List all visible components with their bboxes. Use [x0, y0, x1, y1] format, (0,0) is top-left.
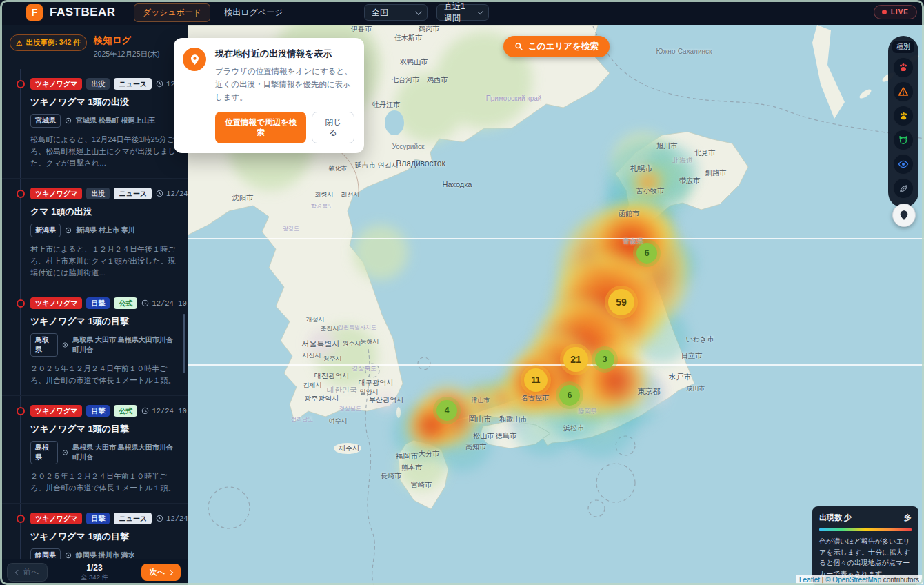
logo-letter: F	[32, 7, 38, 18]
entry-title: ツキノワグマ 1頭の目撃	[30, 315, 179, 328]
legend-high-label: 多	[904, 513, 912, 523]
entry-location: 新潟県 村上市 寒川	[76, 226, 135, 235]
prefecture-badge: 宮城県	[30, 114, 61, 128]
log-entry[interactable]: ツキノワグマ 出没 ニュース 12/24 13:00 クマ 1頭の出没 新潟県 …	[0, 179, 188, 288]
entry-description: ２０２５年１２月２４日午前１０時半ごろ、川合町の市道で体長１メートル１頭。	[30, 363, 179, 386]
cluster-marker[interactable]: 21	[563, 347, 588, 372]
source-badge: 公式	[114, 405, 137, 417]
location-permission-popup: 現在地付近の出没情報を表示 ブラウザの位置情報をオンにすると、近くの出没・目撃情…	[174, 38, 364, 153]
incident-count-label: 出没事例: 342 件	[26, 38, 80, 48]
log-entry[interactable]: ツキノワグマ 出没 ニュース 12/24 13:25 ツキノワグマ 1頭の出没 …	[0, 69, 188, 179]
cluster-marker[interactable]: 3	[595, 350, 614, 369]
entry-time: 12/24 08:40	[156, 515, 188, 523]
feather-icon	[898, 184, 909, 194]
paw-sighting-filter-button[interactable]	[893, 106, 914, 126]
cluster-marker[interactable]: 6	[559, 385, 580, 406]
entry-time: 12/24 10:00	[141, 407, 188, 415]
search-icon	[514, 42, 523, 51]
species-badge: ツキノワグマ	[30, 297, 82, 309]
location-target-icon	[65, 552, 72, 559]
live-label: LIVE	[891, 8, 909, 16]
search-this-area-button[interactable]: このエリアを検索	[503, 36, 610, 57]
event-type-badge: 出没	[86, 78, 110, 90]
location-pin-icon	[183, 48, 206, 71]
land-jeju	[334, 443, 361, 454]
event-type-badge: 目撃	[86, 513, 110, 524]
chevron-right-icon	[168, 569, 173, 575]
search-area-label: このエリアを検索	[528, 41, 599, 52]
entry-title: ツキノワグマ 1頭の出没	[30, 96, 179, 108]
chevron-down-icon	[415, 8, 422, 15]
bear-paw-icon	[898, 62, 909, 73]
cluster-marker[interactable]: 4	[436, 400, 457, 421]
location-target-icon	[62, 449, 68, 456]
sidebar-header: ⚠ 出没事例: 342 件 検知ログ 2025年12月25日(木)	[0, 25, 188, 68]
region-filter-select[interactable]: 全国	[364, 4, 428, 21]
animal-head-filter-button[interactable]	[893, 130, 914, 150]
cluster-marker[interactable]: 11	[524, 368, 548, 392]
prefecture-badge: 新潟県	[30, 224, 61, 237]
entry-description: 松島町によると、12月24日午後1時25分ごろ、松島町根廻上山王にクマが出没しま…	[30, 134, 179, 169]
bear-paw-filter-button[interactable]	[893, 57, 914, 78]
log-entry[interactable]: ツキノワグマ 目撃 公式 12/24 10:00 ツキノワグマ 1頭の目撃 鳥取…	[0, 288, 188, 396]
legend-title: 出現数 少	[819, 513, 852, 523]
warning-triangle-filter-button[interactable]	[893, 81, 914, 102]
live-dot-icon	[882, 10, 887, 14]
leaflet-link[interactable]: Leaflet	[799, 576, 820, 584]
popup-title: 現在地付近の出没情報を表示	[215, 48, 354, 60]
land-tsushima	[396, 407, 401, 418]
paw-sighting-icon	[898, 111, 909, 121]
entry-location: 島根県 大田市 島根県大田市川合町川合	[72, 443, 179, 462]
cluster-marker[interactable]: 59	[608, 289, 634, 315]
nav-dashboard[interactable]: ダッシュボード	[134, 3, 211, 22]
map-attribution: Leaflet | © OpenStreetMap contributors	[796, 575, 923, 584]
species-badge: ツキノワグマ	[30, 78, 82, 90]
panel-date: 2025年12月25日(木)	[94, 50, 160, 59]
prefecture-badge: 静岡県	[30, 548, 61, 559]
sidebar-scrollbar[interactable]	[183, 314, 185, 373]
clock-icon	[141, 407, 149, 415]
nav-log-page[interactable]: 検出ログページ	[224, 7, 283, 19]
eye-filter-button[interactable]	[893, 154, 914, 175]
clock-icon	[156, 80, 163, 88]
period-filter-value: 直近1週間	[444, 1, 471, 24]
entry-time: 12/24 13:00	[156, 190, 188, 198]
next-page-button[interactable]: 次へ	[141, 564, 181, 581]
source-badge: ニュース	[114, 78, 152, 90]
live-status-badge: LIVE	[874, 5, 917, 19]
event-type-badge: 目撃	[86, 405, 110, 417]
panel-title: 検知ログ	[94, 34, 160, 47]
species-filter-title: 種別	[892, 41, 914, 53]
entry-title: ツキノワグマ 1頭の目撃	[30, 423, 179, 435]
map-pin-button[interactable]	[892, 204, 916, 227]
pagination-bar: 前へ 1/23 全 342 件 次へ	[0, 559, 188, 585]
location-pin-icon	[898, 210, 910, 221]
incident-count-badge: ⚠ 出没事例: 342 件	[10, 34, 87, 51]
lake-khanka	[385, 110, 404, 135]
log-entry[interactable]: ツキノワグマ 目撃 ニュース 12/24 08:40 ツキノワグマ 1頭の目撃 …	[0, 504, 188, 559]
clock-icon	[156, 190, 163, 197]
source-badge: ニュース	[114, 513, 152, 524]
source-badge: 公式	[114, 297, 137, 309]
period-filter-select[interactable]: 直近1週間	[436, 4, 489, 21]
popup-body: ブラウザの位置情報をオンにすると、近くの出没・目撃情報を優先的に表示します。	[215, 65, 354, 104]
chevron-left-icon	[15, 569, 21, 575]
species-filter-panel: 種別	[888, 36, 918, 208]
chevron-down-icon	[477, 8, 483, 14]
log-list: ツキノワグマ 出没 ニュース 12/24 13:25 ツキノワグマ 1頭の出没 …	[0, 69, 188, 559]
cluster-marker[interactable]: 6	[636, 243, 657, 264]
entry-location: 鳥取県 大田市 島根県大田市川合町川合	[72, 335, 179, 355]
prefecture-badge: 島根県	[30, 441, 58, 464]
source-badge: ニュース	[114, 188, 152, 199]
search-nearby-button[interactable]: 位置情報で周辺を検索	[215, 112, 306, 143]
heatmap-legend: 出現数 少 多 色が濃いほど報告が多いエリアを示します。十分に拡大すると個々の出…	[812, 506, 918, 585]
entry-location: 宮城県 松島町 根廻上山王	[76, 116, 156, 126]
species-badge: ツキノワグマ	[30, 188, 82, 199]
close-popup-button[interactable]: 閉じる	[312, 112, 354, 143]
log-entry[interactable]: ツキノワグマ 目撃 公式 12/24 10:00 ツキノワグマ 1頭の目撃 島根…	[0, 396, 188, 504]
feather-filter-button[interactable]	[893, 178, 914, 199]
attribution-separator: |	[822, 576, 824, 584]
osm-link[interactable]: © OpenStreetMap	[825, 576, 881, 584]
prev-page-button[interactable]: 前へ	[7, 563, 48, 582]
location-target-icon	[62, 341, 68, 348]
